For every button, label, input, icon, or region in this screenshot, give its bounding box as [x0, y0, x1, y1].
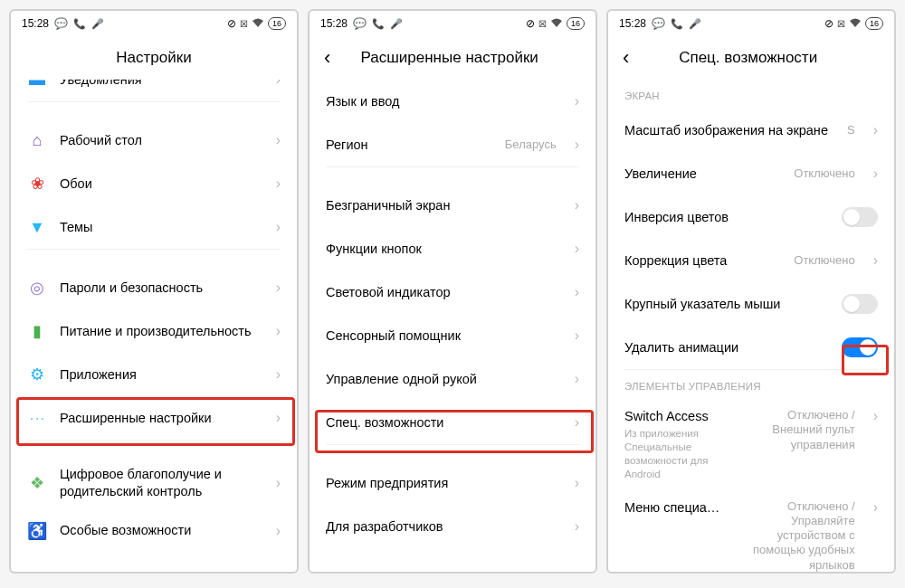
row-notifications[interactable]: ▬ Уведомления ›	[11, 80, 297, 101]
row-accessibility[interactable]: Спец. возможности ›	[310, 401, 595, 444]
security-icon: ◎	[27, 278, 47, 298]
wallpaper-icon: ❀	[27, 174, 47, 194]
row-label: Регион	[326, 137, 492, 154]
status-bar: 15:28 💬 📞 🎤 ⊘ ☒ 16	[310, 11, 595, 36]
page-title: Настройки	[116, 49, 191, 67]
phone-accessibility: 15:28 💬 📞 🎤 ⊘ ☒ 16 ‹ Спец. возможности Э…	[606, 9, 896, 574]
wifi-icon	[550, 18, 563, 29]
row-digital-wellbeing[interactable]: ❖ Цифровое благополучие и родительский к…	[11, 457, 297, 509]
toggle-large-pointer[interactable]	[842, 294, 878, 314]
chevron-right-icon: ›	[575, 137, 579, 153]
advanced-settings-list[interactable]: Язык и ввод › Регион Беларусь › Безграни…	[310, 80, 595, 572]
row-label: Световой индикатор	[326, 284, 562, 301]
row-region[interactable]: Регион Беларусь ›	[310, 123, 595, 166]
row-apps[interactable]: ⚙ Приложения ›	[11, 353, 297, 396]
row-wallpaper[interactable]: ❀ Обои ›	[11, 162, 297, 205]
dnd-icon: ⊘	[526, 17, 535, 30]
row-label: Инверсия цветов	[624, 209, 829, 226]
chat-icon: 💬	[353, 17, 367, 30]
themes-icon: ▼	[27, 217, 47, 237]
row-remove-animations[interactable]: Удалить анимации	[608, 326, 894, 369]
row-label: Цифровое благополучие и родительский кон…	[60, 466, 263, 500]
row-accessibility[interactable]: ♿ Особые возможности ›	[11, 509, 297, 553]
chat-icon: 💬	[652, 17, 665, 30]
row-display-size[interactable]: Масштаб изображения на экране S ›	[608, 109, 894, 152]
mic-icon: 🎤	[689, 18, 701, 30]
row-label: Язык и ввод	[326, 93, 562, 110]
chevron-right-icon: ›	[575, 518, 579, 535]
row-subtitle: Из приложения Специальные возможности дл…	[624, 427, 734, 481]
row-label: Режим предприятия	[326, 475, 562, 492]
chevron-right-icon: ›	[575, 93, 579, 109]
row-accessibility-menu[interactable]: Меню специальных во… Отключено / Управля…	[608, 490, 894, 572]
wifi-icon	[849, 18, 862, 29]
row-enterprise-mode[interactable]: Режим предприятия ›	[310, 461, 595, 505]
row-switch-access[interactable]: Switch Access Из приложения Специальные …	[608, 399, 894, 490]
row-color-correction[interactable]: Коррекция цвета Отключено ›	[608, 239, 894, 282]
dnd-icon: ⊘	[824, 17, 834, 30]
row-advanced-settings[interactable]: ⋯ Расширенные настройки ›	[11, 396, 297, 440]
row-label: Пароли и безопасность	[60, 280, 263, 297]
phone-icon: 📞	[671, 18, 683, 30]
wellbeing-icon: ❖	[27, 473, 47, 493]
dnd-icon: ⊘	[227, 17, 236, 30]
row-label: Сенсорный помощник	[326, 327, 562, 345]
row-label: Темы	[60, 219, 263, 236]
row-magnification[interactable]: Увеличение Отключено ›	[608, 152, 894, 195]
status-time: 15:28	[22, 17, 49, 30]
row-led-indicator[interactable]: Световой индикатор ›	[310, 270, 595, 314]
mic-icon: 🎤	[390, 18, 403, 30]
toggle-color-inversion[interactable]	[842, 207, 878, 227]
accessibility-list[interactable]: ЭКРАН Масштаб изображения на экране S › …	[608, 80, 894, 572]
row-themes[interactable]: ▼ Темы ›	[11, 205, 297, 249]
row-label: Удалить анимации	[624, 339, 829, 356]
row-value: Отключено / Управляйте устройством с пом…	[733, 499, 855, 572]
apps-icon: ⚙	[27, 365, 47, 384]
chat-icon: 💬	[54, 17, 68, 30]
section-screen: ЭКРАН	[608, 80, 894, 109]
chevron-right-icon: ›	[873, 166, 878, 182]
row-home-screen[interactable]: ⌂ Рабочий стол ›	[11, 119, 297, 162]
more-icon: ⋯	[27, 408, 47, 428]
vibrate-icon: ☒	[837, 19, 845, 29]
row-developer-options[interactable]: Для разработчиков ›	[310, 505, 595, 548]
row-label: Управление одной рукой	[326, 371, 562, 388]
accessibility-icon: ♿	[27, 521, 47, 541]
row-label: Switch Access	[624, 408, 734, 425]
page-title: Спец. возможности	[636, 49, 860, 67]
row-fullscreen-display[interactable]: Безграничный экран ›	[310, 184, 595, 227]
row-language-input[interactable]: Язык и ввод ›	[310, 80, 595, 123]
row-label: Для разработчиков	[326, 518, 562, 536]
row-large-mouse-pointer[interactable]: Крупный указатель мыши	[608, 282, 894, 326]
row-label: Питание и производительность	[60, 323, 263, 340]
phone-settings: 15:28 💬 📞 🎤 ⊘ ☒ 16 Настройки ▬ Уведомлен…	[9, 9, 299, 574]
row-value: Беларусь	[505, 138, 557, 152]
chevron-right-icon: ›	[276, 366, 281, 383]
toggle-remove-animations[interactable]	[842, 337, 878, 357]
battery-icon: ▮	[27, 321, 47, 341]
vibrate-icon: ☒	[240, 19, 248, 29]
row-label: Особые возможности	[60, 522, 263, 539]
header: Настройки	[11, 36, 297, 80]
row-color-inversion[interactable]: Инверсия цветов	[608, 195, 894, 239]
row-battery-perf[interactable]: ▮ Питание и производительность ›	[11, 309, 297, 353]
row-label: Меню специальных во…	[624, 499, 720, 517]
mic-icon: 🎤	[91, 18, 104, 30]
chevron-right-icon: ›	[276, 323, 281, 339]
row-label: Крупный указатель мыши	[624, 296, 829, 313]
settings-list[interactable]: ▬ Уведомления › ⌂ Рабочий стол › ❀ Обои …	[11, 80, 297, 572]
row-button-functions[interactable]: Функции кнопок ›	[310, 227, 595, 270]
back-button[interactable]: ‹	[324, 46, 330, 70]
row-label: Функции кнопок	[326, 241, 562, 258]
chevron-right-icon: ›	[276, 219, 281, 235]
home-icon: ⌂	[27, 130, 47, 150]
row-label: Расширенные настройки	[60, 410, 263, 427]
row-value: Отключено / Внешний пульт управления	[747, 408, 855, 452]
back-button[interactable]: ‹	[623, 46, 629, 70]
battery-indicator: 16	[567, 17, 585, 30]
row-one-handed-mode[interactable]: Управление одной рукой ›	[310, 357, 595, 401]
status-time: 15:28	[619, 17, 646, 30]
row-passwords-security[interactable]: ◎ Пароли и безопасность ›	[11, 266, 297, 309]
section-controls: ЭЛЕМЕНТЫ УПРАВЛЕНИЯ	[608, 370, 894, 399]
row-quick-ball[interactable]: Сенсорный помощник ›	[310, 314, 595, 357]
